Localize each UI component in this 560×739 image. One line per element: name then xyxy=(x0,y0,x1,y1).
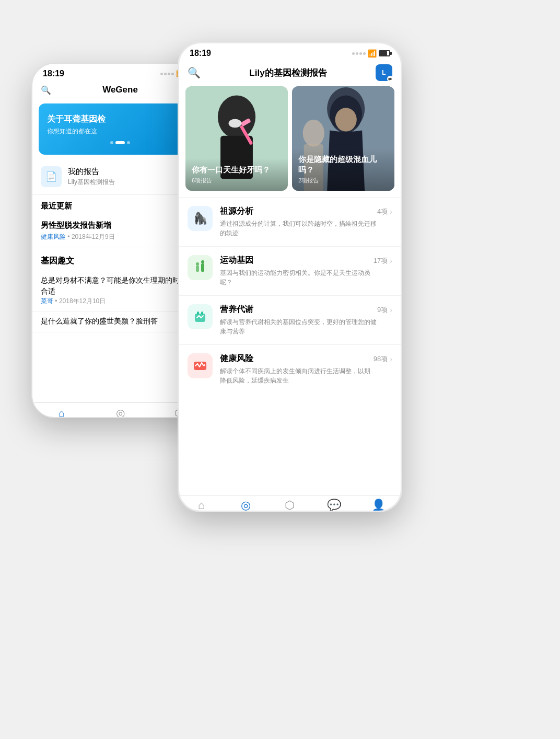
front-nav-report[interactable]: ◎ 报告 xyxy=(224,495,268,512)
back-report-sub: Lily基因检测报告 xyxy=(68,178,115,187)
back-report-main: 我的报告 xyxy=(68,167,115,177)
ancestry-desc: 通过祖源成分的计算，我们可以跨越时空，描绘祖先迁移的轨迹 xyxy=(220,219,377,238)
ancestry-text: 祖源分析 通过祖源成分的计算，我们可以跨越时空，描绘祖先迁移的轨迹 xyxy=(220,206,377,238)
fdot2 xyxy=(356,52,358,55)
back-article-tag-1: 菜哥 xyxy=(41,297,53,305)
back-banner-sub: 你想知道的都在这 xyxy=(47,127,193,136)
back-nav-title: WeGene xyxy=(102,85,138,95)
front-nav-community[interactable]: 💬 社区 xyxy=(312,495,356,512)
report-file-icon: 📄 xyxy=(45,171,57,182)
nutrition-chevron: › xyxy=(390,306,392,314)
health-chevron: › xyxy=(390,355,392,363)
front-card-2-overlay: 你是隐藏的超级混血儿吗？ 2项报告 xyxy=(292,148,394,191)
front-avatar-btn[interactable]: L ⇄ xyxy=(376,64,392,81)
front-switch-icon: ⇄ xyxy=(387,76,393,82)
back-news-date-1: 2018年12月9日 xyxy=(72,233,115,240)
dot1 xyxy=(110,141,113,144)
sport-name: 运动基因 xyxy=(220,255,374,266)
front-card-2-title: 你是隐藏的超级混血儿吗？ xyxy=(298,154,388,175)
svg-rect-13 xyxy=(201,263,204,272)
sport-desc: 基因与我们的运动能力密切相关。你是不是天生运动员呢？ xyxy=(220,268,374,287)
cat-item-nutrition[interactable]: 营养代谢 解读与营养代谢相关的基因位点突变，更好的管理您的健康与营养 9项 › xyxy=(179,295,401,344)
nutrition-icon-wrap xyxy=(188,304,213,329)
cat-item-health[interactable]: 健康风险 解读个体不同疾病上的发生倾向病进行生活调整，以期降低风险，延缓疾病发生… xyxy=(179,344,401,394)
front-card-1[interactable]: 你有一口天生好牙吗？ 6项报告 xyxy=(185,86,288,191)
back-banner-dots xyxy=(47,141,193,144)
back-home-icon: ⌂ xyxy=(59,407,65,419)
front-card-1-title: 你有一口天生好牙吗？ xyxy=(192,165,282,175)
front-nav-home[interactable]: ⌂ 首页 xyxy=(179,495,224,512)
dot3 xyxy=(127,141,130,144)
back-report-icon: 📄 xyxy=(41,166,62,187)
ancestry-chevron: › xyxy=(390,207,392,216)
front-signal xyxy=(352,52,366,55)
svg-point-5 xyxy=(229,119,242,128)
front-wifi-icon: 📶 xyxy=(368,49,377,57)
front-cards-row: 你有一口天生好牙吗？ 6项报告 xyxy=(179,86,401,197)
front-nav-explore[interactable]: ⬡ 探索 xyxy=(268,495,312,512)
back-news-meta-1: 健康风险 • 2018年12月9日 xyxy=(41,233,200,241)
front-card-1-overlay: 你有一口天生好牙吗？ 6项报告 xyxy=(185,158,288,191)
dot1 xyxy=(160,73,163,75)
back-news-tag-1: 健康风险 xyxy=(41,233,66,240)
health-desc: 解读个体不同疾病上的发生倾向病进行生活调整，以期降低风险，延缓疾病发生 xyxy=(220,366,374,385)
fdot1 xyxy=(352,52,355,55)
back-nav-home[interactable]: ⌂ 首页 xyxy=(32,403,91,418)
sport-text: 运动基因 基因与我们的运动能力密切相关。你是不是天生运动员呢？ xyxy=(220,255,374,287)
ancestry-icon-wrap: 🦍 xyxy=(188,206,213,231)
front-community-icon: 💬 xyxy=(327,499,341,512)
sport-chevron: › xyxy=(390,257,392,265)
back-article-title-1: 总是对身材不满意？可能是你次生理期的时间不合适 xyxy=(41,275,200,297)
front-card-1-sub: 6项报告 xyxy=(192,177,282,184)
back-article-title-2: 是什么造就了你的盛世美颜？脸刑答 xyxy=(41,316,200,327)
front-nav-title: Lily的基因检测报告 xyxy=(249,67,326,79)
back-news-sep-1: • xyxy=(67,233,72,240)
front-nav-bar: 🔍 Lily的基因检测报告 L ⇄ xyxy=(179,60,401,86)
front-home-icon: ⌂ xyxy=(198,499,205,512)
front-card-2-sub: 2项报告 xyxy=(298,177,388,184)
back-search-icon[interactable]: 🔍 xyxy=(41,85,51,95)
nutrition-desc: 解读与营养代谢相关的基因位点突变，更好的管理您的健康与营养 xyxy=(220,317,377,336)
nutrition-icon xyxy=(193,309,207,324)
front-battery-fill xyxy=(380,51,387,55)
svg-point-15 xyxy=(201,260,204,263)
health-right: 98项 › xyxy=(374,354,392,364)
back-nav-report[interactable]: ◎ 报告 xyxy=(91,403,149,418)
svg-point-10 xyxy=(303,120,324,147)
fdot3 xyxy=(359,52,362,55)
front-avatar-label: L xyxy=(382,69,386,76)
front-search-icon[interactable]: 🔍 xyxy=(188,66,201,79)
nutrition-name: 营养代谢 xyxy=(220,304,377,315)
back-news-title-1: 男性型脱发报告新增 xyxy=(41,220,200,230)
sport-right: 17项 › xyxy=(374,256,392,265)
back-report-text: 我的报告 Lily基因检测报告 xyxy=(68,167,115,187)
svg-point-14 xyxy=(196,262,199,265)
ancestry-right: 4项 › xyxy=(377,207,392,216)
health-name: 健康风险 xyxy=(220,353,374,364)
ancestry-name: 祖源分析 xyxy=(220,206,377,217)
svg-point-9 xyxy=(335,108,357,131)
back-report-nav-icon: ◎ xyxy=(116,407,125,418)
front-status-time: 18:19 xyxy=(190,49,211,58)
front-main-content: 你有一口天生好牙吗？ 6项报告 xyxy=(179,86,401,495)
back-banner-title: 关于耳聋基因检 xyxy=(47,114,193,125)
svg-rect-17 xyxy=(197,311,199,315)
fdot4 xyxy=(363,52,366,55)
health-icon-wrap xyxy=(188,353,213,378)
cat-item-ancestry[interactable]: 🦍 祖源分析 通过祖源成分的计算，我们可以跨越时空，描绘祖先迁移的轨迹 4项 › xyxy=(179,197,401,246)
front-status-bar: 18:19 📶 xyxy=(179,43,401,60)
health-count: 98项 xyxy=(374,354,388,364)
front-me-icon: 👤 xyxy=(371,499,386,512)
ancestry-count: 4项 xyxy=(377,207,388,216)
front-nav-me[interactable]: 👤 我 xyxy=(356,495,401,512)
front-report-icon: ◎ xyxy=(241,499,251,512)
front-card-2[interactable]: 你是隐藏的超级混血儿吗？ 2项报告 xyxy=(292,86,394,191)
cat-item-sport[interactable]: 运动基因 基因与我们的运动能力密切相关。你是不是天生运动员呢？ 17项 › xyxy=(179,246,401,295)
sport-count: 17项 xyxy=(374,256,388,265)
back-article-date-1: 2018年12月10日 xyxy=(59,297,106,305)
nutrition-text: 营养代谢 解读与营养代谢相关的基因位点突变，更好的管理您的健康与营养 xyxy=(220,304,377,336)
health-text: 健康风险 解读个体不同疾病上的发生倾向病进行生活调整，以期降低风险，延缓疾病发生 xyxy=(220,353,374,385)
front-battery xyxy=(379,50,390,56)
back-status-time: 18:19 xyxy=(43,69,64,78)
back-article-meta-1: 菜哥 • 2018年12月10日 xyxy=(41,297,200,306)
